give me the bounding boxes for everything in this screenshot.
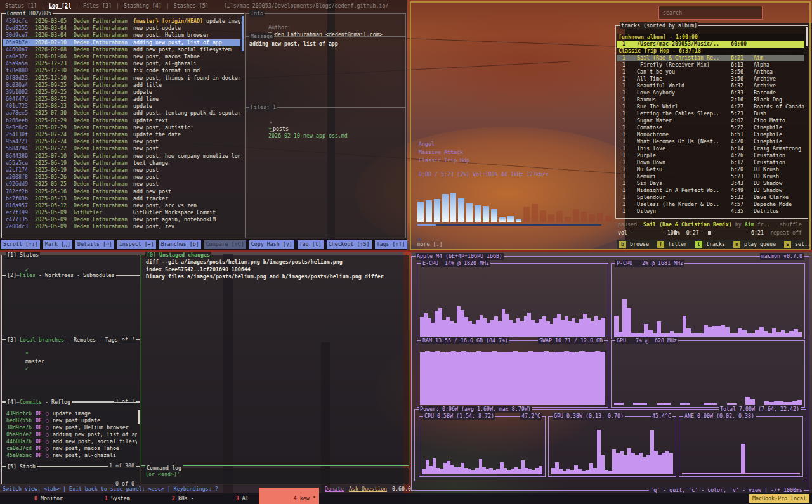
- track-row[interactable]: 1 Monochrome 6:51 Cinephile: [617, 131, 804, 138]
- search-input[interactable]: search: [658, 6, 763, 20]
- commit-row[interactable]: bc2f03b 2025-05-13 Deden Fathurahman add…: [3, 195, 240, 202]
- keybar-action[interactable]: Inspect [→]: [117, 240, 156, 249]
- keybar-action[interactable]: Details [⏎]: [75, 240, 114, 249]
- commit-row[interactable]: 016a957 2025-05-12 Deden Fathurahman new…: [3, 202, 240, 209]
- track-row[interactable]: 1 Sail (Rae & Christian Re.. 6:21 Aim: [617, 55, 804, 61]
- branch-row[interactable]: * master ✓: [6, 344, 44, 379]
- track-row[interactable]: 1 Raxmus 2:16 Black Dog: [617, 96, 804, 103]
- seek-slider[interactable]: [703, 230, 747, 236]
- commit-row[interactable]: e55a5ce 2025-06-19 Deden Fathurahman tex…: [3, 160, 240, 167]
- gitui-tab[interactable]: Files [3]: [83, 3, 112, 10]
- commit-row[interactable]: 702cf2b 2025-05-16 Deden Fathurahman add…: [3, 188, 240, 195]
- reflog-commit-row[interactable]: 439dcfc6 DF ○ update image: [2, 410, 137, 417]
- keybar-action[interactable]: Branches [b]: [159, 240, 201, 249]
- commit-row[interactable]: 604f47d 2025-08-22 Deden Fathurahman add…: [3, 96, 240, 103]
- keybar-action[interactable]: Mark [␣]: [43, 240, 72, 249]
- commit-row[interactable]: 0c030a4 2025-09-25 Deden Fathurahman add…: [3, 82, 240, 89]
- keybar-action[interactable]: Copy Hash [y]: [249, 240, 294, 249]
- menu-label[interactable]: play queue: [744, 241, 776, 248]
- menu-label[interactable]: filter: [668, 241, 687, 248]
- commit-row[interactable]: 254130f 2025-07-24 Deden Fathurahman upd…: [3, 131, 240, 138]
- keybar-action[interactable]: Tags [⇧T]: [375, 240, 407, 249]
- commit-row[interactable]: 39b1002 2025-09-25 Deden Fathurahman udp…: [3, 89, 240, 96]
- menu-key[interactable]: f: [657, 241, 664, 248]
- track-row[interactable]: 1 Kemuri 5:23 DJ Krush: [617, 173, 804, 180]
- commit-row[interactable]: 05a9b7e 2026-02-10 Deden Fathurahman add…: [3, 39, 240, 46]
- track-row[interactable]: 1 Useless (The Kruder & Do.. 4:57 Depech…: [617, 201, 804, 208]
- commit-row[interactable]: 401c723 2025-08-13 Deden Fathurahman upd…: [3, 103, 240, 110]
- lazygit-branches-panel[interactable]: [3]─Local branches - Remotes - Tags * ma…: [1, 340, 140, 402]
- reflog-commit-row[interactable]: ca0e37cd DF ○ new post, macos Tahoe: [2, 445, 137, 452]
- scrollbar-thumb[interactable]: [806, 27, 808, 46]
- commit-row[interactable]: 8644389 2025-07-10 Deden Fathurahman new…: [3, 153, 240, 160]
- reflog-commit-row[interactable]: 44600a76 DF ○ add new post, social files…: [2, 438, 137, 445]
- track-row[interactable]: 1 Six Days 3:43 DJ Shadow: [617, 180, 804, 187]
- commit-row[interactable]: 439dcfc 2026-03-05 Deden Fathurahman {ma…: [3, 18, 240, 25]
- track-row[interactable]: 1 Comatose 5:22 Cinephile: [617, 124, 804, 131]
- track-row[interactable]: 1 What Becomes Of Us (Nest.. 4:20 Cineph…: [617, 138, 804, 145]
- track-row[interactable]: 1 Purple 4:26 Crustation: [617, 152, 804, 159]
- commit-row[interactable]: a2008f8 2025-05-26 Deden Fathurahman new…: [3, 174, 240, 181]
- shuffle-label[interactable]: shuffle: [780, 221, 802, 228]
- keybar-action[interactable]: Scroll [↑↓]: [1, 240, 40, 249]
- gitui-tab[interactable]: Status [1]: [5, 3, 37, 10]
- commit-row[interactable]: c926dd9 2025-05-25 Deden Fathurahman new…: [3, 181, 240, 188]
- menu-key[interactable]: t: [695, 241, 702, 248]
- track-row[interactable]: 1 Dilwyn 4:35 Detritus: [617, 208, 804, 215]
- commit-row[interactable]: 5684294 2025-07-22 Deden Fathurahman new…: [3, 145, 240, 152]
- tmux-window[interactable]: 4kew *: [259, 488, 319, 504]
- commit-row[interactable]: 2e00dc3 2025-05-09 Deden Fathurahman new…: [3, 223, 240, 230]
- file-tree-row[interactable]: ▼images/posts: [2, 317, 137, 325]
- commit-row[interactable]: 30d9ce7 2026-03-04 Deden Fathurahman new…: [3, 32, 240, 39]
- changed-file[interactable]: 2026-02-10-new-app-oss.md: [268, 132, 348, 139]
- repeat-icon[interactable]: ⇄: [417, 236, 421, 243]
- lazygit-files-panel[interactable]: [2]─Files - Worktrees - Submodules ▼/ ▼.…: [1, 275, 140, 340]
- commit-row[interactable]: ca0e37c 2026-01-06 Deden Fathurahman new…: [3, 53, 240, 60]
- tmux-window[interactable]: 0Monitor: [3, 488, 63, 504]
- file-tree-row[interactable]: ▼.vscode: [2, 288, 137, 295]
- repeat-label[interactable]: repeat off: [770, 229, 802, 236]
- gitui-tab[interactable]: Log [2]: [49, 3, 71, 10]
- track-row[interactable]: 1 Midnight In A Perfect Wo.. 4:49 DJ Sha…: [617, 187, 804, 194]
- tmux-window[interactable]: 2k8s -: [140, 488, 194, 504]
- gitui-tab[interactable]: Stashing [4]: [124, 3, 162, 10]
- commit-log-panel[interactable]: Commit 802/805 439dcfc 2026-03-05 Deden …: [1, 13, 244, 238]
- tmux-window[interactable]: 3AI: [204, 488, 249, 504]
- track-row[interactable]: 1 Letting the Cables Sleep.. 5:23 Bush: [617, 110, 804, 117]
- menu-key[interactable]: s: [784, 241, 791, 248]
- commit-row[interactable]: aa78ee5 2025-07-30 Deden Fathurahman add…: [3, 110, 240, 117]
- lazygit-main-panel[interactable]: [0]─Unstaged changes diff --git a/images…: [141, 255, 409, 466]
- menu-label[interactable]: browse: [630, 241, 649, 248]
- commit-row[interactable]: 6ed8255 2026-03-04 Deden Fathurahman new…: [3, 25, 240, 32]
- commit-row[interactable]: c477135 2025-05-09 Deden Fathurahman new…: [3, 216, 240, 223]
- commit-row[interactable]: 0f88d23 2025-12-10 Deden Fathurahman new…: [3, 75, 240, 82]
- commit-row[interactable]: 45a9a5a 2025-12-23 Deden Fathurahman new…: [3, 60, 240, 67]
- track-row[interactable]: 1 Beautiful World 6:32 Archive: [617, 82, 804, 89]
- reflog-commit-row[interactable]: 45a9a5ac DF ○ new post, al-ghazali: [2, 452, 137, 459]
- file-tree-row[interactable]: Mhelium.png: [2, 324, 137, 332]
- track-row[interactable]: 1 Can't be you 3:56 Anthea: [617, 68, 804, 75]
- scrollbar-thumb[interactable]: [138, 410, 140, 424]
- lazygit-commits-panel[interactable]: [4]─Commits - Reflog 439dcfc6 DF ○ updat…: [1, 402, 140, 467]
- commit-row[interactable]: 95a4721 2025-07-24 Deden Fathurahman new…: [3, 138, 240, 145]
- commit-row[interactable]: ec7f199 2025-05-09 GitButler GitButler W…: [3, 209, 240, 216]
- track-row[interactable]: 1 Firefly (Receiver Mix) 6:13 Alpha: [617, 61, 804, 68]
- reflog-commit-row[interactable]: 30d9ce76 DF ○ new post, Helium browser: [2, 424, 137, 431]
- gitui-tab[interactable]: Stashes [5]: [174, 3, 209, 10]
- track-row[interactable]: 1 Love Anybody 6:33 Barcode: [617, 89, 804, 96]
- file-tree-row[interactable]: ??settings.json: [2, 295, 137, 302]
- track-row-playing-file[interactable]: 1 /Users/mac-209053/Music/.. 60:00: [617, 41, 804, 48]
- tmux-window[interactable]: 1System: [73, 488, 130, 504]
- track-row[interactable]: 1 All Time 3:56 Archive: [617, 75, 804, 82]
- menu-label[interactable]: set..: [795, 241, 811, 248]
- file-tree-row[interactable]: ▼/: [2, 280, 137, 288]
- keybar-action[interactable]: Compare [⇧C]: [204, 240, 246, 249]
- reflog-commit-row[interactable]: 05a9b7e2 DF ○ adding new post, list of a…: [2, 431, 137, 438]
- commit-row[interactable]: a2cf174 2025-06-19 Deden Fathurahman new…: [3, 167, 240, 174]
- track-row[interactable]: 1 Down Down 6:12 Crustation: [617, 159, 804, 166]
- menu-key[interactable]: b: [619, 241, 626, 248]
- keybar-action[interactable]: Tag [t]: [298, 240, 324, 249]
- commit-row[interactable]: b266eeb 2025-07-29 Deden Fathurahman upd…: [3, 117, 240, 124]
- keybar-action[interactable]: Checkout [⇧S]: [327, 240, 372, 249]
- track-row[interactable]: 1 Rue The Whirl 4:27 Boards of Canada: [617, 103, 804, 110]
